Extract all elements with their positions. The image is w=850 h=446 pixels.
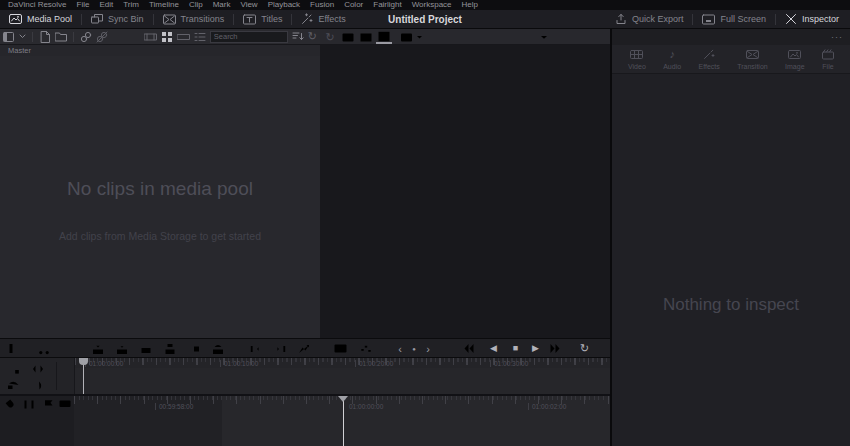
menu-davinci-resolve[interactable]: DaVinci Resolve [3,0,72,10]
tab-image[interactable]: Image [785,49,804,70]
toolbar-separator [73,32,74,42]
smooth-cut-icon[interactable] [6,378,21,392]
clip-name-dropdown-chevron-icon[interactable] [538,30,550,44]
effects-button[interactable]: Effects [292,10,354,28]
lower-playhead-line[interactable] [343,396,344,446]
inspector-empty-text: Nothing to inspect [612,295,850,315]
trim-start-icon[interactable] [248,342,263,355]
titles-button[interactable]: Titles [234,10,291,28]
trim-mode-icon[interactable] [30,362,45,376]
video-icon [630,49,643,60]
insert-clip-icon[interactable] [90,342,105,355]
tab-effects[interactable]: Effects [699,49,720,70]
effects-wand-icon [301,13,313,25]
import-media-icon[interactable] [39,31,51,43]
inspector-options-icon[interactable]: ··· [831,32,843,42]
flag-marker-icon[interactable] [41,398,55,411]
tab-video[interactable]: Video [628,49,646,70]
list-view-icon[interactable] [194,31,206,43]
ripple-overwrite-icon[interactable] [210,342,225,355]
mixer-settings-icon[interactable] [358,342,373,355]
tab-audio-label: Audio [663,63,681,70]
go-to-start-icon[interactable] [460,342,475,355]
main-toolbar: Media Pool Sync Bin Transitions Titles [0,10,850,29]
unlink-clips-icon[interactable] [96,31,108,43]
import-folder-icon[interactable] [55,31,67,42]
menu-fusion[interactable]: Fusion [305,0,339,10]
inspector-button[interactable]: Inspector [776,10,848,28]
menu-color[interactable]: Color [339,0,368,10]
jog-dot-icon[interactable]: ● [407,342,421,355]
viewer-mode-chevron-icon[interactable] [414,30,424,44]
bin-path-bar[interactable]: Master [0,45,320,56]
monitor-output-icon[interactable] [58,398,72,411]
razor-tool-icon[interactable] [36,342,51,355]
viewer-panel [320,45,610,338]
media-pool-button[interactable]: Media Pool [0,10,81,28]
replace-clip-icon[interactable] [138,342,153,355]
play-reverse-icon[interactable]: ◀ [486,342,501,355]
go-to-end-icon[interactable] [549,342,564,355]
marker-range-icon[interactable] [22,398,36,411]
transitions-button[interactable]: Transitions [154,10,234,28]
viewer-refresh-icon[interactable]: ↻ [322,30,338,44]
jog-left-icon[interactable]: ‹ [393,342,407,355]
menu-edit[interactable]: Edit [94,0,118,10]
strip-view-icon[interactable] [177,31,190,43]
dynamic-zoom-icon[interactable] [296,342,311,355]
timeline-options-icon[interactable] [333,342,348,355]
menu-help[interactable]: Help [457,0,483,10]
menu-trim[interactable]: Trim [118,0,144,10]
media-pool-empty-subtitle: Add clips from Media Storage to get star… [0,230,320,242]
trim-edit-mode-icon[interactable] [6,362,21,376]
expand-viewer-icon[interactable] [398,30,414,44]
loop-icon[interactable]: ↻ [577,342,592,355]
upper-timeline-ruler[interactable] [75,358,610,368]
filmstrip-view-icon[interactable] [144,31,157,43]
sort-icon[interactable] [292,31,304,42]
split-view-icon[interactable] [358,30,374,44]
trim-end-icon[interactable] [272,342,287,355]
link-clips-icon[interactable] [80,31,92,43]
timecode-label: 00:59:58:00 [155,403,193,410]
thumbnail-view-icon[interactable] [161,31,173,43]
upper-playhead-handle[interactable] [79,358,88,365]
tab-file[interactable]: File [822,49,834,70]
menu-mark[interactable]: Mark [208,0,236,10]
menu-workspace[interactable]: Workspace [407,0,457,10]
full-screen-button[interactable]: Full Screen [693,10,775,28]
bin-panel-toggle-icon[interactable] [3,31,15,43]
snapping-magnet-icon[interactable] [4,398,18,411]
menu-view[interactable]: View [235,0,262,10]
export-icon [615,13,627,25]
full-screen-icon [702,14,715,25]
tab-transition[interactable]: Transition [737,49,767,70]
lower-playhead-handle[interactable] [338,396,348,402]
upper-timeline[interactable] [74,358,610,394]
append-at-end-icon[interactable] [186,342,201,355]
refresh-icon[interactable]: ↻ [308,31,317,42]
match-move-icon[interactable] [30,378,45,392]
source-view-icon[interactable] [340,30,356,44]
jog-right-icon[interactable]: › [421,342,435,355]
audio-note-icon: ♪ [669,49,675,60]
menu-clip[interactable]: Clip [184,0,208,10]
quick-export-button[interactable]: Quick Export [606,10,693,28]
menu-playback[interactable]: Playback [263,0,305,10]
menu-file[interactable]: File [72,0,95,10]
inspector-icon [785,13,797,25]
titles-icon [243,14,256,25]
play-icon[interactable]: ▶ [528,342,543,355]
stop-icon[interactable]: ■ [508,342,523,355]
timeline-view-mode-icon[interactable] [8,342,23,355]
sync-bin-button[interactable]: Sync Bin [82,10,153,28]
toolbar-separator [32,32,33,42]
place-on-top-icon[interactable] [162,342,177,355]
overwrite-clip-icon[interactable] [114,342,129,355]
tab-audio[interactable]: ♪ Audio [663,49,681,70]
menu-timeline[interactable]: Timeline [144,0,184,10]
search-input[interactable] [210,31,288,43]
chevron-down-icon[interactable] [19,34,26,39]
timeline-view-icon[interactable] [376,30,392,44]
menu-fairlight[interactable]: Fairlight [368,0,406,10]
